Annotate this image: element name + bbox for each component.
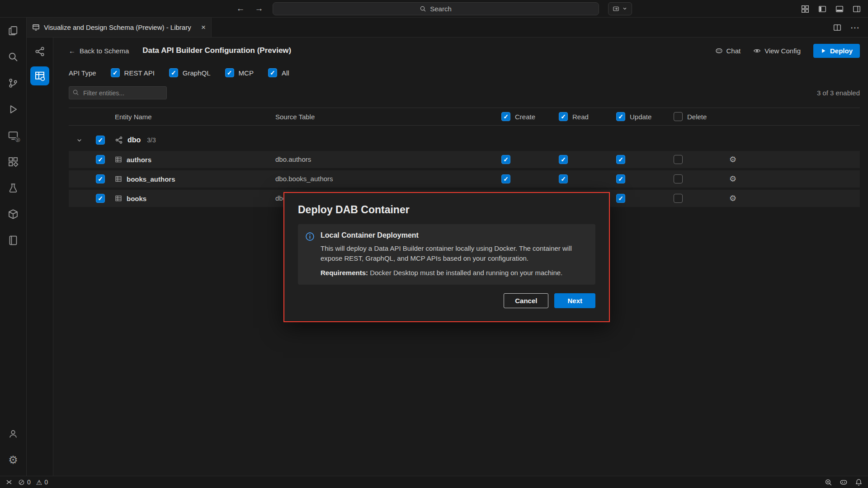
- tab-visualize-design-schema[interactable]: Visualize and Design Schema (Preview) - …: [27, 18, 212, 37]
- table-icon: [115, 156, 122, 163]
- row-settings-icon[interactable]: ⚙: [729, 155, 736, 164]
- sidebar-item-search[interactable]: [0, 44, 27, 70]
- deploy-label: Deploy: [830, 47, 853, 55]
- rest-api-checkbox[interactable]: ✓: [111, 68, 120, 77]
- sidebar-item-explorer[interactable]: [0, 18, 27, 44]
- table-icon: [115, 175, 122, 183]
- sidebar-item-notebook[interactable]: [0, 227, 27, 253]
- sidebar-item-testing[interactable]: [0, 175, 27, 201]
- source-control-icon: [8, 78, 19, 89]
- view-config-button[interactable]: View Config: [753, 47, 801, 55]
- col-read: Read: [572, 113, 589, 121]
- toggle-panel-icon[interactable]: [835, 5, 844, 13]
- group-checkbox[interactable]: ✓: [96, 136, 105, 145]
- page-title: Data API Builder Configuration (Preview): [142, 46, 291, 55]
- chevron-down-icon: [622, 6, 627, 11]
- remote-indicator[interactable]: [5, 479, 13, 486]
- table-icon: [115, 195, 122, 202]
- toggle-primary-sidebar-icon[interactable]: [818, 5, 826, 13]
- remote-icon: [5, 479, 13, 486]
- split-editor-icon[interactable]: [833, 23, 841, 32]
- table-row-books-authors[interactable]: ✓ books_authors dbo.books_authors ✓ ✓ ✓ …: [69, 170, 860, 188]
- create-checkbox[interactable]: ✓: [501, 155, 510, 164]
- account-button[interactable]: [0, 421, 27, 447]
- requirements-line: Requirements: Docker Desktop must be ins…: [321, 268, 586, 278]
- delete-checkbox[interactable]: [674, 155, 683, 164]
- settings-button[interactable]: ⚙: [0, 447, 27, 473]
- row-settings-icon[interactable]: ⚙: [729, 194, 736, 202]
- row-checkbox[interactable]: ✓: [96, 194, 105, 203]
- update-checkbox[interactable]: ✓: [616, 155, 625, 164]
- problems-errors[interactable]: 0: [18, 479, 31, 486]
- extensions-icon: [8, 156, 19, 167]
- deploy-button[interactable]: Deploy: [813, 44, 860, 58]
- update-checkbox[interactable]: ✓: [616, 174, 625, 183]
- all-label: All: [282, 69, 289, 77]
- all-checkbox[interactable]: ✓: [268, 68, 277, 77]
- warning-count: 0: [44, 479, 48, 486]
- row-settings-icon[interactable]: ⚙: [729, 175, 736, 183]
- customize-layout-icon[interactable]: [801, 5, 809, 13]
- chevron-down-icon[interactable]: [76, 137, 83, 144]
- schema-icon: [34, 46, 45, 57]
- error-count: 0: [27, 479, 31, 486]
- entity-name: books_authors: [127, 175, 175, 183]
- testing-icon: [8, 183, 19, 193]
- nav-forward-icon[interactable]: →: [255, 4, 264, 14]
- problems-warnings[interactable]: ⚠ 0: [36, 479, 48, 486]
- nav-back-icon[interactable]: ←: [236, 4, 245, 14]
- sidebar-item-extensions[interactable]: [0, 149, 27, 175]
- create-all-checkbox[interactable]: ✓: [501, 112, 510, 121]
- update-all-checkbox[interactable]: ✓: [616, 112, 625, 121]
- search-label: Search: [430, 5, 452, 13]
- schema-icon: [115, 136, 123, 144]
- recent-commands-dropdown[interactable]: [608, 2, 632, 15]
- read-checkbox[interactable]: ✓: [559, 155, 568, 164]
- warning-icon: ⚠: [36, 479, 42, 486]
- filter-entities-input[interactable]: [69, 86, 167, 99]
- delete-checkbox[interactable]: [674, 174, 683, 183]
- close-icon[interactable]: ×: [201, 23, 206, 32]
- group-name: dbo: [127, 136, 141, 144]
- status-bar: 0 ⚠ 0: [0, 476, 868, 488]
- graphql-checkbox[interactable]: ✓: [169, 68, 178, 77]
- sidebar-item-remote-explorer[interactable]: ⓧ: [0, 122, 27, 149]
- row-checkbox[interactable]: ✓: [96, 155, 105, 164]
- remote-badge-icon: ⓧ: [15, 137, 21, 143]
- package-icon: [8, 209, 19, 220]
- create-checkbox[interactable]: ✓: [501, 174, 510, 183]
- update-checkbox[interactable]: ✓: [616, 194, 625, 203]
- cancel-button[interactable]: Cancel: [504, 293, 548, 308]
- dab-config-button[interactable]: [30, 66, 49, 85]
- row-checkbox[interactable]: ✓: [96, 174, 105, 183]
- sidebar-item-source-control[interactable]: [0, 70, 27, 96]
- command-center-search[interactable]: Search: [273, 2, 599, 15]
- table-row-authors[interactable]: ✓ authors dbo.authors ✓ ✓ ✓ ⚙: [69, 151, 860, 168]
- chat-button[interactable]: Chat: [715, 47, 741, 55]
- filter-search-icon: [72, 89, 79, 96]
- dialog-title: Deploy DAB Container: [298, 204, 595, 216]
- schema-designer-icon: [32, 23, 40, 31]
- toggle-secondary-sidebar-icon[interactable]: [853, 5, 861, 13]
- titlebar: ← → Search: [0, 0, 868, 18]
- activity-bar: ⓧ ⚙: [0, 18, 27, 476]
- back-to-schema-button[interactable]: ← Back to Schema: [69, 47, 129, 55]
- editor-tab-bar: Visualize and Design Schema (Preview) - …: [27, 18, 868, 38]
- delete-checkbox[interactable]: [674, 194, 683, 203]
- sidebar-item-package[interactable]: [0, 201, 27, 227]
- read-all-checkbox[interactable]: ✓: [559, 112, 568, 121]
- next-button[interactable]: Next: [554, 293, 595, 308]
- more-actions-icon[interactable]: ⋯: [850, 22, 860, 33]
- api-type-label: API Type: [69, 69, 96, 77]
- bell-icon[interactable]: [855, 479, 863, 486]
- back-label: Back to Schema: [80, 47, 129, 55]
- delete-all-checkbox[interactable]: [674, 112, 683, 121]
- info-title: Local Container Deployment: [321, 231, 586, 239]
- mcp-checkbox[interactable]: ✓: [225, 68, 234, 77]
- zoom-in-icon[interactable]: [825, 479, 832, 486]
- sidebar-item-run-debug[interactable]: [0, 96, 27, 122]
- view-schema-button[interactable]: [30, 42, 49, 61]
- col-create: Create: [515, 113, 535, 121]
- copilot-icon[interactable]: [840, 478, 848, 486]
- read-checkbox[interactable]: ✓: [559, 174, 568, 183]
